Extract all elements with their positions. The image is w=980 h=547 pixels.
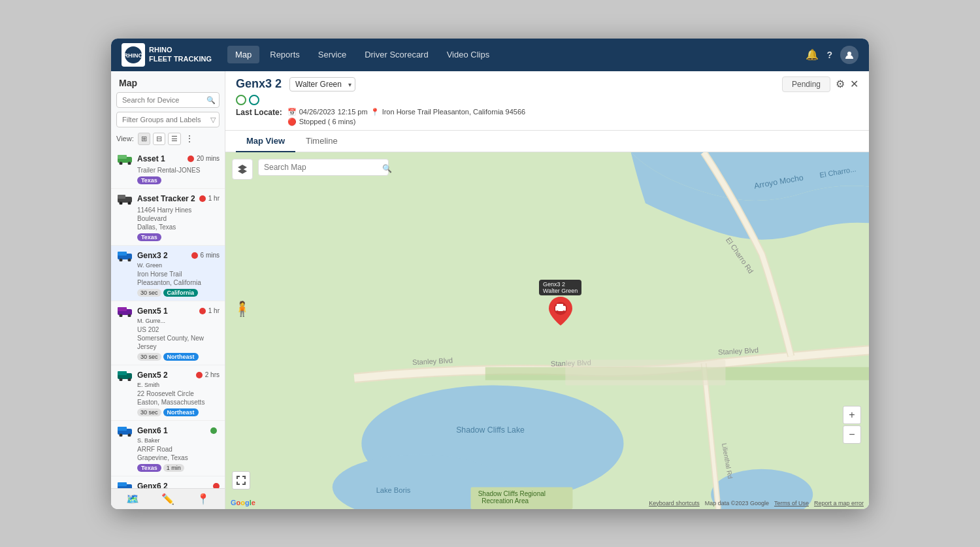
driver-select[interactable]: Walter Green Unassigned [289, 77, 355, 91]
sidebar-filter-wrap: ▽ [116, 112, 220, 127]
logo: RHINO RHINOFLEET TRACKING [122, 43, 212, 67]
vehicle-list: Asset 1 20 mins Trailer Rental-JONES Tex… [111, 149, 225, 488]
svg-point-57 [556, 310, 559, 313]
map-pin[interactable]: Genx3 2 Walter Green [539, 280, 581, 325]
sidebar: Map 🔍 ▽ View: ⊞ ⊟ ☰ ⋮ [111, 71, 225, 509]
time-asset1: 20 mins [197, 155, 220, 162]
pin-footer-icon[interactable]: 📍 [197, 493, 210, 505]
close-icon[interactable]: ✕ [850, 78, 858, 90]
map-area: Shadow Cliffs Lake Lake Boris Shadow Cli… [225, 152, 869, 509]
zoom-in-button[interactable]: + [843, 406, 861, 424]
nav-reports[interactable]: Reports [262, 46, 308, 63]
vehicle-item-genx6-1[interactable]: Genx6 1 S. Baker ARRF RoadGrapevine, Tex… [111, 421, 225, 476]
status-dot-genx5-1 [199, 308, 206, 314]
nav-service[interactable]: Service [310, 46, 354, 63]
vehicle-icon-genx5-1 [116, 305, 135, 317]
vehicle-item-genx5-1[interactable]: Genx5 1 1 hr M. Gurre... US 202Somerset … [111, 301, 225, 365]
locate-row: Last Locate: 📅 04/26/2023 12:15 pm 📍 Iro… [236, 108, 858, 126]
fullscreen-button[interactable] [232, 471, 250, 489]
sidebar-footer: 🗺️ ✏️ 📍 [111, 488, 225, 509]
time-genx5-2: 2 hrs [205, 371, 220, 378]
vehicle-name-genx6-2: Genx6 2 [137, 482, 210, 488]
addr-assettracker2: 11464 Harry Hines BoulevardDallas, Texas [137, 206, 220, 231]
status-circle-1 [236, 95, 246, 105]
status-dot-genx3-2 [191, 252, 198, 259]
calendar-icon: 📅 [287, 108, 297, 116]
view-more-icon[interactable]: ⋮ [185, 133, 194, 144]
help-icon[interactable]: ? [826, 50, 832, 60]
status-dot-genx6-1 [210, 427, 217, 434]
detail-header: Genx3 2 Walter Green Unassigned Pending … [236, 76, 858, 92]
search-input[interactable] [116, 92, 220, 108]
report-link[interactable]: Report a map error [814, 500, 864, 506]
app-screen: RHINO RHINOFLEET TRACKING Map Reports Se… [111, 39, 869, 509]
tag-texas-asset1: Texas [137, 176, 161, 184]
nav-map[interactable]: Map [227, 46, 259, 63]
map-footer-icon[interactable]: 🗺️ [126, 493, 139, 505]
view-small-grid[interactable]: ⊞ [138, 133, 150, 145]
filter-input[interactable] [116, 112, 220, 127]
tag-texas-at2: Texas [137, 233, 161, 241]
sidebar-search-wrap: 🔍 [116, 92, 220, 108]
vehicle-name-assettracker2: Asset Tracker 2 [137, 194, 197, 203]
tab-timeline[interactable]: Timeline [295, 131, 348, 152]
svg-rect-20 [118, 371, 127, 375]
terms-link[interactable]: Terms of Use [774, 500, 809, 506]
user-avatar[interactable] [840, 46, 858, 64]
svg-text:Lake Boris: Lake Boris [376, 486, 411, 494]
addr-asset1: Trailer Rental-JONES [137, 166, 220, 174]
view-grid[interactable]: ⊟ [153, 133, 165, 145]
driver-genx6-1: S. Baker [137, 437, 220, 444]
tag-time-genx3-2: 30 sec [137, 289, 161, 297]
tag-time-genx5-2: 30 sec [137, 408, 161, 416]
logo-text: RHINOFLEET TRACKING [149, 46, 212, 63]
search-icon: 🔍 [206, 95, 216, 104]
vehicle-name-asset1: Asset 1 [137, 154, 185, 163]
notifications-icon[interactable]: 🔔 [806, 48, 819, 61]
status-dot-assettracker2 [199, 195, 206, 202]
view-list[interactable]: ☰ [168, 133, 181, 145]
map-layer-button[interactable] [232, 159, 253, 180]
vehicle-name-genx5-1: Genx5 1 [137, 307, 197, 316]
vehicle-icon-genx3-2 [116, 250, 135, 261]
tag-time-genx6-1: 1 min [163, 464, 184, 472]
svg-rect-12 [118, 252, 127, 256]
time-genx3-2: 6 mins [201, 252, 220, 259]
vehicle-item-genx6-2[interactable]: Genx6 2 West Airfield-Braniff DriveGrape… [111, 476, 225, 488]
vehicle-icon-asset1 [116, 153, 135, 165]
settings-icon[interactable]: ⚙ [836, 78, 845, 90]
vehicle-item-genx5-2[interactable]: Genx5 2 2 hrs E. Smith 22 Roosevelt Circ… [111, 365, 225, 421]
nav-video-clips[interactable]: Video Clips [439, 46, 498, 63]
svg-rect-53 [565, 359, 725, 385]
detail-panel: Genx3 2 Walter Green Unassigned Pending … [225, 71, 869, 131]
addr-genx6-1: ARRF RoadGrapevine, Texas [137, 445, 220, 462]
addr-genx5-2: 22 Roosevelt CircleEaston, Massachusetts [137, 390, 220, 406]
vehicle-item-asset-tracker2[interactable]: Asset Tracker 2 1 hr 11464 Harry Hines B… [111, 189, 225, 246]
driver-select-wrap: Walter Green Unassigned [289, 77, 355, 91]
content-area: Genx3 2 Walter Green Unassigned Pending … [225, 71, 869, 509]
map-search-input[interactable] [258, 159, 389, 176]
vehicle-item-genx3-2[interactable]: Genx3 2 6 mins W. Green Iron Horse Trail… [111, 246, 225, 301]
logo-icon: RHINO [122, 43, 145, 67]
pending-button[interactable]: Pending [782, 76, 830, 92]
main-layout: Map 🔍 ▽ View: ⊞ ⊟ ☰ ⋮ [111, 71, 869, 509]
pin-svg [549, 297, 572, 325]
driver-genx3-2: W. Green [137, 262, 220, 269]
stopped-icon: 🔴 [287, 118, 297, 126]
map-zoom: + − [843, 406, 861, 444]
zoom-out-button[interactable]: − [843, 425, 861, 444]
tag-northeast-genx5-1: Northeast [163, 353, 199, 361]
tab-map-view[interactable]: Map View [236, 131, 295, 152]
vehicle-item-asset1[interactable]: Asset 1 20 mins Trailer Rental-JONES Tex… [111, 149, 225, 189]
map-search-icon: 🔍 [382, 164, 392, 173]
svg-rect-8 [118, 195, 125, 199]
nav-driver-scorecard[interactable]: Driver Scorecard [357, 46, 436, 63]
locate-label: Last Locate: [236, 108, 282, 117]
svg-rect-28 [118, 482, 127, 486]
locate-status: 🔴 Stopped ( 6 mins) [287, 118, 525, 126]
google-logo: Google [231, 499, 255, 506]
status-dot-genx5-2 [196, 372, 203, 378]
pegman-icon[interactable]: 🧍 [233, 301, 251, 318]
keyboard-shortcuts-link[interactable]: Keyboard shortcuts [649, 500, 700, 506]
edit-footer-icon[interactable]: ✏️ [161, 493, 174, 505]
